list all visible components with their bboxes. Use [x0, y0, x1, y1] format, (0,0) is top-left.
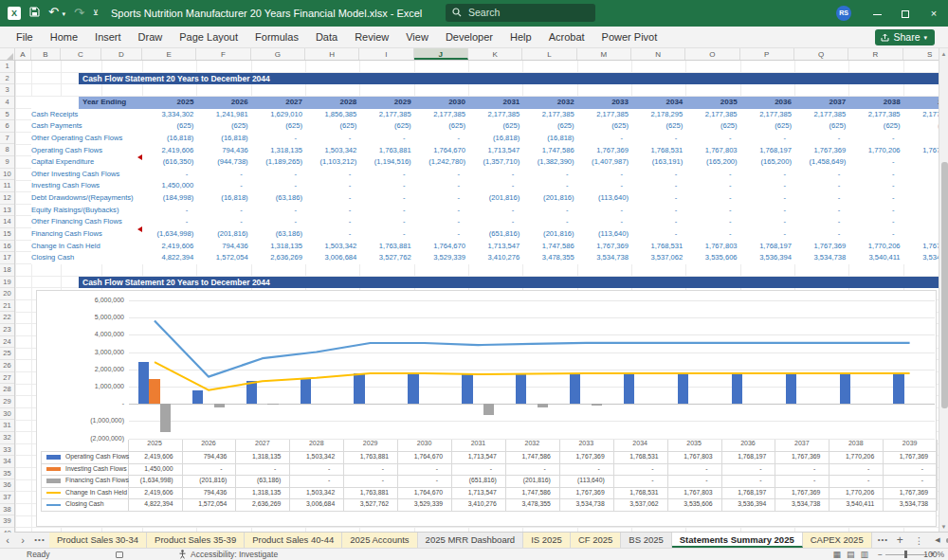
row-header-4[interactable]: 4 — [0, 97, 14, 109]
column-header-L[interactable]: L — [522, 48, 576, 60]
row-header-31[interactable]: 31 — [0, 420, 14, 432]
column-header-S[interactable]: S — [903, 48, 939, 60]
hscroll-left-icon[interactable]: ◀ — [929, 536, 945, 544]
row-header-17[interactable]: 17 — [0, 252, 14, 264]
zoom-slider-thumb[interactable] — [904, 551, 907, 558]
row-header-20[interactable]: 20 — [0, 288, 14, 300]
row-header-13[interactable]: 13 — [0, 205, 14, 217]
ribbon-tab-formulas[interactable]: Formulas — [246, 27, 307, 48]
new-sheet-button[interactable]: + — [891, 533, 909, 547]
ribbon-tab-file[interactable]: File — [8, 27, 42, 48]
column-header-I[interactable]: I — [359, 48, 413, 60]
zoom-level[interactable]: 100% — [923, 549, 944, 560]
ribbon-tab-data[interactable]: Data — [307, 27, 346, 48]
select-all-corner[interactable] — [0, 48, 15, 61]
row-header-28[interactable]: 28 — [0, 384, 14, 396]
row-header-23[interactable]: 23 — [0, 324, 14, 336]
column-header-K[interactable]: K — [468, 48, 522, 60]
share-button[interactable]: Share ▾ — [875, 29, 935, 45]
restore-button[interactable] — [891, 0, 920, 27]
accessibility-status[interactable]: Accessibility: Investigate — [178, 549, 278, 560]
tabs-scroll-left-icon[interactable]: ‹ — [0, 533, 15, 548]
sheet-tab-bs-2025[interactable]: BS 2025 — [621, 533, 671, 548]
tabs-more-right-icon[interactable]: ••• — [872, 533, 891, 548]
sheet-tab-cf-2025[interactable]: CF 2025 — [571, 533, 621, 548]
view-shortcuts[interactable]: ▦▤▥ — [832, 549, 874, 560]
row-header-34[interactable]: 34 — [0, 456, 14, 468]
column-header-N[interactable]: N — [631, 48, 685, 60]
zoom-out-icon[interactable]: − — [878, 549, 883, 560]
row-header-29[interactable]: 29 — [0, 396, 14, 408]
row-header-38[interactable]: 38 — [0, 504, 14, 516]
column-header-J[interactable]: J — [414, 48, 468, 60]
sheet-tab-product-sales-30-34[interactable]: Product Sales 30-34 — [49, 533, 147, 548]
column-header-P[interactable]: P — [740, 48, 794, 60]
tabs-scroll-right-icon[interactable]: › — [15, 533, 30, 548]
row-header-5[interactable]: 5 — [0, 109, 14, 121]
row-header-10[interactable]: 10 — [0, 169, 14, 181]
sheet-tab-2025-mrr-dashboard[interactable]: 2025 MRR Dashboard — [418, 533, 524, 548]
ribbon-tab-draw[interactable]: Draw — [130, 27, 172, 48]
undo-icon[interactable]: ↶ ▾ — [48, 0, 65, 27]
ribbon-tab-page-layout[interactable]: Page Layout — [171, 27, 246, 48]
column-header-C[interactable]: C — [61, 48, 101, 60]
row-header-16[interactable]: 16 — [0, 241, 14, 253]
row-header-36[interactable]: 36 — [0, 479, 14, 492]
column-header-H[interactable]: H — [305, 48, 359, 60]
row-header-24[interactable]: 24 — [0, 336, 14, 349]
sheet-tab-capex-2025[interactable]: CAPEX 2025 — [803, 533, 872, 548]
row-header-40[interactable]: 40 — [0, 528, 14, 533]
customize-qat-icon[interactable]: ⊻ — [93, 0, 99, 27]
ribbon-tab-home[interactable]: Home — [42, 27, 86, 48]
row-header-6[interactable]: 6 — [0, 120, 14, 133]
ribbon-tab-power-pivot[interactable]: Power Pivot — [593, 27, 666, 48]
column-header-B[interactable]: B — [31, 48, 61, 60]
scroll-up-icon[interactable]: ▲ — [939, 48, 948, 60]
row-header-18[interactable]: 18 — [0, 264, 14, 277]
row-header-19[interactable]: 19 — [0, 277, 14, 289]
row-header-12[interactable]: 12 — [0, 192, 14, 205]
row-header-27[interactable]: 27 — [0, 372, 14, 385]
row-header-32[interactable]: 32 — [0, 432, 14, 444]
ribbon-tab-review[interactable]: Review — [346, 27, 397, 48]
column-header-G[interactable]: G — [251, 48, 305, 60]
ribbon-tab-help[interactable]: Help — [501, 27, 540, 48]
column-header-M[interactable]: M — [577, 48, 631, 60]
save-icon[interactable] — [29, 0, 40, 27]
tab-splitter-icon[interactable]: ⋮ — [909, 535, 930, 546]
row-header-9[interactable]: 9 — [0, 156, 14, 169]
row-header-25[interactable]: 25 — [0, 348, 14, 360]
column-header-Q[interactable]: Q — [794, 48, 848, 60]
row-header-7[interactable]: 7 — [0, 133, 14, 145]
row-header-33[interactable]: 33 — [0, 444, 14, 457]
vertical-scrollbar[interactable]: ▲ ▼ — [939, 48, 948, 533]
column-header-R[interactable]: R — [848, 48, 902, 60]
ribbon-tab-developer[interactable]: Developer — [437, 27, 501, 48]
sheet-tab-is-2025[interactable]: IS 2025 — [523, 533, 571, 548]
spreadsheet-grid[interactable]: 1234567891011121314151617181920212223242… — [0, 61, 939, 533]
cash-flow-chart[interactable]: 6,000,0005,000,0004,000,0003,000,0002,00… — [36, 290, 937, 527]
row-header-35[interactable]: 35 — [0, 468, 14, 480]
ribbon-tab-view[interactable]: View — [397, 27, 437, 48]
ribbon-tab-acrobat[interactable]: Acrobat — [540, 27, 593, 48]
sheet-tab-product-sales-35-39[interactable]: Product Sales 35-39 — [147, 533, 245, 548]
minimize-button[interactable] — [863, 0, 891, 27]
row-header-1[interactable]: 1 — [0, 61, 14, 73]
row-header-30[interactable]: 30 — [0, 408, 14, 421]
row-header-26[interactable]: 26 — [0, 360, 14, 372]
row-header-3[interactable]: 3 — [0, 84, 14, 97]
vertical-scrollbar-thumb[interactable] — [941, 162, 948, 408]
row-header-21[interactable]: 21 — [0, 300, 14, 313]
row-header-11[interactable]: 11 — [0, 180, 14, 192]
row-header-2[interactable]: 2 — [0, 73, 14, 85]
sheet-tab-statements-summary-2025[interactable]: Statements Summary 2025 — [672, 533, 803, 548]
macro-record-icon[interactable] — [116, 551, 123, 558]
column-header-O[interactable]: O — [685, 48, 739, 60]
column-header-F[interactable]: F — [196, 48, 250, 60]
close-button[interactable]: × — [920, 0, 948, 27]
row-header-15[interactable]: 15 — [0, 228, 14, 241]
user-avatar[interactable]: RS — [836, 6, 851, 21]
row-header-14[interactable]: 14 — [0, 216, 14, 228]
column-header-E[interactable]: E — [142, 48, 196, 60]
sheet-tab-product-sales-40-44[interactable]: Product Sales 40-44 — [245, 533, 342, 548]
